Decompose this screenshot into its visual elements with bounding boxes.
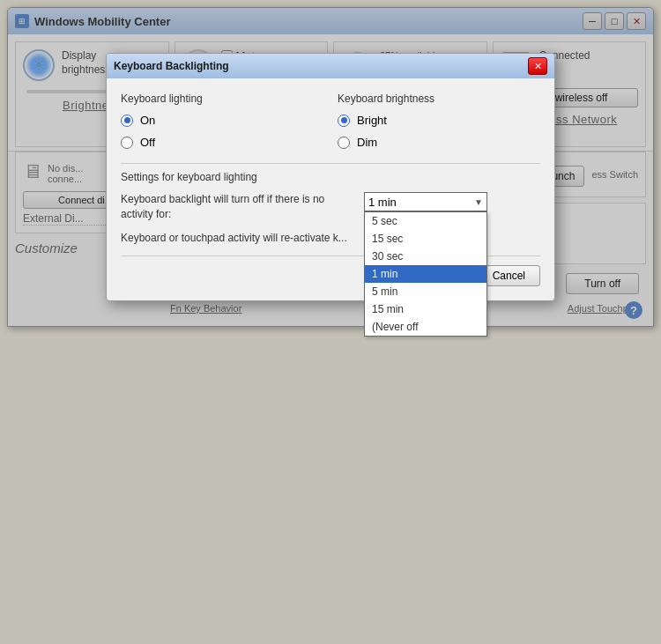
timeout-option-1min[interactable]: 1 min (365, 265, 486, 283)
timeout-option-never[interactable]: (Never off (365, 318, 486, 336)
lighting-off-option[interactable]: Off (121, 136, 323, 149)
dialog-title: Keyboard Backlighting (114, 60, 229, 72)
brightness-dim-label: Dim (357, 136, 377, 149)
brightness-dim-radio[interactable] (338, 137, 350, 149)
lighting-on-label: On (140, 114, 155, 127)
brightness-radio-group: Bright Dim (338, 114, 540, 149)
brightness-bright-radio[interactable] (338, 115, 350, 127)
settings-title: Settings for keyboard lighting (121, 171, 540, 183)
timeout-option-5sec[interactable]: 5 sec (365, 212, 486, 230)
timeout-dropdown-list: 5 sec 15 sec 30 sec 1 min 5 min 15 min (… (364, 211, 487, 337)
dropdown-area: 1 min ▼ 5 sec 15 sec 30 sec 1 min 5 min … (364, 192, 540, 211)
brightness-dim-option[interactable]: Dim (338, 136, 540, 149)
timeout-dropdown[interactable]: 1 min ▼ (364, 192, 487, 211)
lighting-on-radio[interactable] (121, 115, 133, 127)
keyboard-brightness-col: Keyboard brightness Bright Dim (338, 93, 540, 149)
keyboard-backlighting-dialog: Keyboard Backlighting ✕ Keyboard lightin… (106, 53, 555, 301)
dialog-close-button[interactable]: ✕ (528, 57, 547, 75)
turnoff-label: Keyboard backlight will turn off if ther… (121, 192, 350, 222)
timeout-option-5min[interactable]: 5 min (365, 283, 486, 300)
timeout-option-30sec[interactable]: 30 sec (365, 248, 486, 265)
dropdown-arrow-icon: ▼ (474, 197, 483, 207)
dialog-divider (121, 163, 540, 164)
keyboard-lighting-col: Keyboard lighting On Off (121, 93, 323, 149)
dialog-body: Keyboard lighting On Off Keybo (107, 78, 554, 300)
timeout-option-15sec[interactable]: 15 sec (365, 230, 486, 248)
brightness-bright-option[interactable]: Bright (338, 114, 540, 127)
settings-section: Settings for keyboard lighting Keyboard … (121, 171, 540, 245)
dialog-overlay: Keyboard Backlighting ✕ Keyboard lightin… (0, 0, 661, 644)
keyboard-lighting-title: Keyboard lighting (121, 93, 323, 105)
timeout-option-15min[interactable]: 15 min (365, 300, 486, 318)
dialog-columns: Keyboard lighting On Off Keybo (121, 93, 540, 149)
lighting-off-radio[interactable] (121, 137, 133, 149)
dialog-title-bar: Keyboard Backlighting ✕ (107, 54, 554, 78)
lighting-radio-group: On Off (121, 114, 323, 149)
brightness-bright-label: Bright (357, 114, 387, 127)
keyboard-brightness-title: Keyboard brightness (338, 93, 540, 105)
timeout-selected-value: 1 min (368, 196, 397, 209)
reactivate-label: Keyboard or touchpad activity will re-ac… (121, 231, 350, 246)
turnoff-row: Keyboard backlight will turn off if ther… (121, 192, 540, 222)
lighting-on-option[interactable]: On (121, 114, 323, 127)
lighting-off-label: Off (140, 136, 155, 149)
